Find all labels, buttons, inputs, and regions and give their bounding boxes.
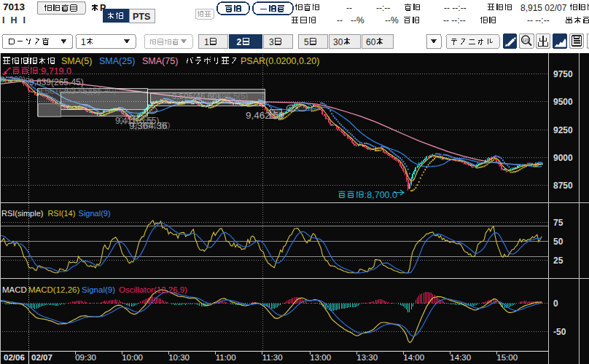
svg-text:RSI(simple): RSI(simple) — [1, 209, 43, 218]
svg-text:123: 123 — [523, 38, 529, 42]
svg-text:--: -- — [337, 15, 343, 25]
svg-text:10:30: 10:30 — [168, 353, 190, 362]
svg-text:SMA(25): SMA(25) — [99, 56, 135, 66]
svg-text:-50: -50 — [553, 327, 566, 337]
svg-text:--%: --% — [385, 15, 399, 25]
svg-text::9,719.0: :9,719.0 — [39, 66, 71, 76]
svg-text::8,700.0: :8,700.0 — [364, 190, 397, 200]
svg-text:9750: 9750 — [553, 69, 573, 79]
svg-text:14:30: 14:30 — [450, 353, 471, 362]
svg-text:9250: 9250 — [553, 125, 573, 135]
svg-text:-- --:--: -- --:-- — [444, 3, 467, 13]
svg-text:75: 75 — [553, 218, 563, 228]
svg-text:9000: 9000 — [553, 153, 573, 163]
svg-text:9,462.50: 9,462.50 — [246, 110, 284, 121]
svg-text:1: 1 — [204, 37, 209, 47]
svg-text:30: 30 — [333, 37, 343, 47]
svg-text:5: 5 — [304, 37, 309, 47]
svg-text:11:30: 11:30 — [262, 353, 283, 362]
svg-text:8,915 02/07: 8,915 02/07 — [520, 3, 567, 13]
svg-text:9,533(186.40): 9,533(186.40) — [64, 86, 117, 95]
svg-text:11:00: 11:00 — [216, 353, 236, 362]
svg-text:MACD: MACD — [2, 285, 27, 294]
svg-text:8750: 8750 — [553, 181, 573, 191]
svg-text:14:00: 14:00 — [403, 353, 424, 362]
svg-text:2: 2 — [237, 37, 242, 47]
svg-text:--: -- — [346, 3, 352, 13]
svg-text:25: 25 — [553, 256, 563, 266]
svg-text:--:--: --:-- — [376, 3, 390, 13]
svg-text:13:30: 13:30 — [356, 353, 378, 362]
svg-text:--%: --% — [351, 15, 364, 25]
svg-text:-- --:--: -- --:-- — [443, 15, 466, 25]
svg-text:7013: 7013 — [3, 1, 26, 12]
svg-text:3(,200)q: 3(,200)q — [0, 75, 30, 84]
svg-text:9,496.5(5): 9,496.5(5) — [210, 92, 249, 100]
svg-text:Oscillator(12,26,9): Oscillator(12,26,9) — [119, 285, 187, 294]
svg-text:1: 1 — [81, 37, 86, 47]
svg-text:02/07: 02/07 — [31, 353, 52, 362]
svg-text:9500: 9500 — [553, 97, 573, 107]
svg-text:SMA(5): SMA(5) — [61, 56, 92, 66]
svg-text:09:30: 09:30 — [75, 353, 96, 362]
svg-text:60: 60 — [366, 37, 376, 47]
svg-text:02/06: 02/06 — [4, 353, 25, 362]
svg-text:MACD(12,26): MACD(12,26) — [28, 285, 79, 294]
svg-text:9,364.50: 9,364.50 — [132, 120, 171, 131]
svg-text:PTS: PTS — [133, 12, 150, 22]
svg-text:IHI: IHI — [2, 15, 31, 25]
svg-text:PSAR(0.0200,0.20): PSAR(0.0200,0.20) — [241, 56, 319, 66]
svg-text:3: 3 — [269, 37, 274, 47]
svg-text:15:00: 15:00 — [496, 353, 518, 362]
svg-text:13:00: 13:00 — [310, 353, 331, 362]
svg-text:Signal(9): Signal(9) — [79, 209, 111, 218]
svg-text:50: 50 — [553, 237, 563, 247]
svg-text:0: 0 — [553, 298, 558, 309]
svg-text:-- --:--: -- --:-- — [527, 15, 550, 25]
svg-text:SMA(75): SMA(75) — [142, 56, 178, 66]
svg-text:Signal(9): Signal(9) — [82, 285, 115, 294]
svg-text:RSI(14): RSI(14) — [47, 209, 75, 218]
svg-text:10:00: 10:00 — [122, 353, 143, 362]
